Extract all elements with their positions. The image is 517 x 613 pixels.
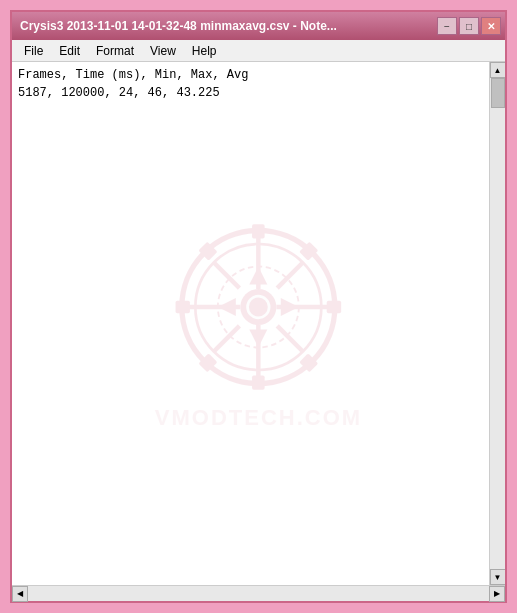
scroll-down-arrow[interactable]: ▼ bbox=[490, 569, 506, 585]
scroll-left-arrow[interactable]: ◀ bbox=[12, 586, 28, 602]
scroll-up-arrow[interactable]: ▲ bbox=[490, 62, 506, 78]
text-line-2: 5187, 120000, 24, 46, 43.225 bbox=[18, 84, 483, 102]
menu-format[interactable]: Format bbox=[88, 42, 142, 60]
title-bar: Crysis3 2013-11-01 14-01-32-48 minmaxavg… bbox=[12, 12, 505, 40]
scroll-thumb-v[interactable] bbox=[491, 78, 505, 108]
maximize-button[interactable]: □ bbox=[459, 17, 479, 35]
menu-bar: File Edit Format View Help bbox=[12, 40, 505, 62]
minimize-button[interactable]: − bbox=[437, 17, 457, 35]
window-title: Crysis3 2013-11-01 14-01-32-48 minmaxavg… bbox=[20, 19, 437, 33]
text-line-1: Frames, Time (ms), Min, Max, Avg bbox=[18, 66, 483, 84]
notepad-window: Crysis3 2013-11-01 14-01-32-48 minmaxavg… bbox=[10, 10, 507, 603]
window-controls: − □ ✕ bbox=[437, 17, 501, 35]
scroll-track-v[interactable] bbox=[490, 78, 505, 569]
horizontal-scrollbar[interactable]: ◀ ▶ bbox=[12, 585, 505, 601]
scroll-track-h[interactable] bbox=[28, 586, 489, 601]
menu-view[interactable]: View bbox=[142, 42, 184, 60]
menu-edit[interactable]: Edit bbox=[51, 42, 88, 60]
vertical-scrollbar[interactable]: ▲ ▼ bbox=[489, 62, 505, 585]
content-area: Frames, Time (ms), Min, Max, Avg 5187, 1… bbox=[12, 62, 505, 585]
text-editor[interactable]: Frames, Time (ms), Min, Max, Avg 5187, 1… bbox=[12, 62, 489, 585]
scroll-right-arrow[interactable]: ▶ bbox=[489, 586, 505, 602]
menu-help[interactable]: Help bbox=[184, 42, 225, 60]
close-button[interactable]: ✕ bbox=[481, 17, 501, 35]
menu-file[interactable]: File bbox=[16, 42, 51, 60]
